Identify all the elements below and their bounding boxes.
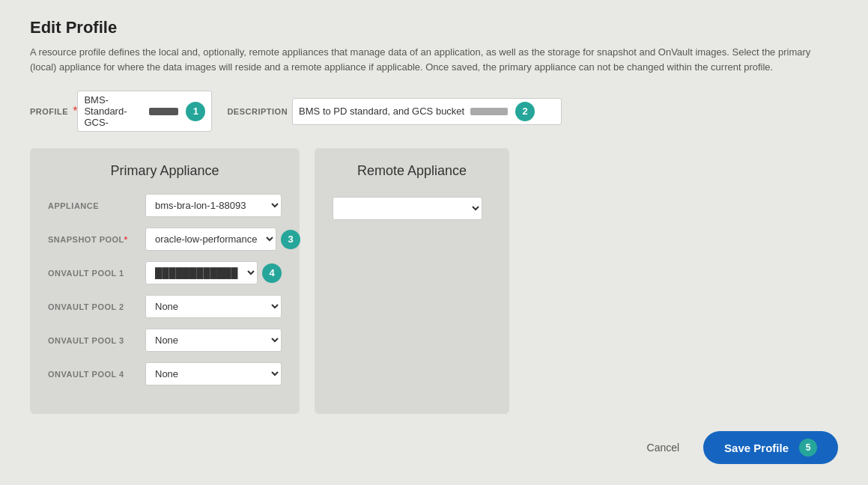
page-title: Edit Profile xyxy=(30,18,838,37)
onvault1-select[interactable]: ████████████ xyxy=(145,261,258,284)
save-profile-label: Save Profile xyxy=(724,442,789,454)
profile-label: PROFILE xyxy=(30,107,68,116)
appliances-row: Primary Appliance APPLIANCE bms-bra-lon-… xyxy=(30,148,838,414)
profile-value: BMS-Standard-GCS- xyxy=(84,94,144,128)
page-container: Edit Profile A resource profile defines … xyxy=(0,0,868,485)
cancel-button[interactable]: Cancel xyxy=(635,436,692,460)
onvault2-label: ONVAULT POOL 2 xyxy=(48,302,145,311)
step-badge-3: 3 xyxy=(281,230,300,249)
appliance-select[interactable]: bms-bra-lon-1-88093 xyxy=(145,194,282,217)
onvault2-row: ONVAULT POOL 2 None xyxy=(48,295,282,318)
onvault4-label: ONVAULT POOL 4 xyxy=(48,370,145,379)
step-badge-1: 1 xyxy=(186,102,205,121)
primary-appliance-card: Primary Appliance APPLIANCE bms-bra-lon-… xyxy=(30,148,300,414)
remote-appliance-select-wrapper xyxy=(333,197,482,220)
footer-row: Cancel Save Profile 5 xyxy=(635,431,838,464)
onvault4-row: ONVAULT POOL 4 None xyxy=(48,362,282,385)
description-label: DESCRIPTION xyxy=(227,107,288,116)
snapshot-pool-select[interactable]: oracle-low-performance xyxy=(145,228,276,251)
remote-appliance-select[interactable] xyxy=(333,197,482,220)
snapshot-pool-row: SNAPSHOT POOL* oracle-low-performance 3 xyxy=(48,228,282,251)
step-badge-5: 5 xyxy=(799,439,817,457)
save-profile-button[interactable]: Save Profile 5 xyxy=(703,431,838,464)
onvault4-select[interactable]: None xyxy=(145,362,282,385)
snapshot-pool-select-wrapper: oracle-low-performance 3 xyxy=(145,228,300,251)
page-description: A resource profile defines the local and… xyxy=(30,45,824,74)
profile-description-row: PROFILE * BMS-Standard-GCS- 1 DESCRIPTIO… xyxy=(30,91,838,132)
appliance-label: APPLIANCE xyxy=(48,201,145,210)
onvault3-label: ONVAULT POOL 3 xyxy=(48,336,145,345)
onvault3-row: ONVAULT POOL 3 None xyxy=(48,329,282,352)
onvault3-select[interactable]: None xyxy=(145,329,282,352)
description-value: BMS to PD standard, and GCS bucket xyxy=(299,106,464,117)
onvault1-row: ONVAULT POOL 1 ████████████ 4 xyxy=(48,261,282,284)
remote-appliance-title: Remote Appliance xyxy=(333,163,491,179)
remote-appliance-card: Remote Appliance xyxy=(315,148,509,414)
profile-value-masked xyxy=(149,108,179,115)
onvault2-select[interactable]: None xyxy=(145,295,282,318)
onvault1-label: ONVAULT POOL 1 xyxy=(48,269,145,278)
onvault1-select-wrapper: ████████████ 4 xyxy=(145,261,282,284)
appliance-row: APPLIANCE bms-bra-lon-1-88093 xyxy=(48,194,282,217)
step-badge-2: 2 xyxy=(515,102,535,121)
primary-appliance-title: Primary Appliance xyxy=(48,163,282,179)
step-badge-4: 4 xyxy=(262,263,282,283)
description-value-masked xyxy=(470,108,508,115)
snapshot-pool-label: SNAPSHOT POOL* xyxy=(48,235,145,244)
